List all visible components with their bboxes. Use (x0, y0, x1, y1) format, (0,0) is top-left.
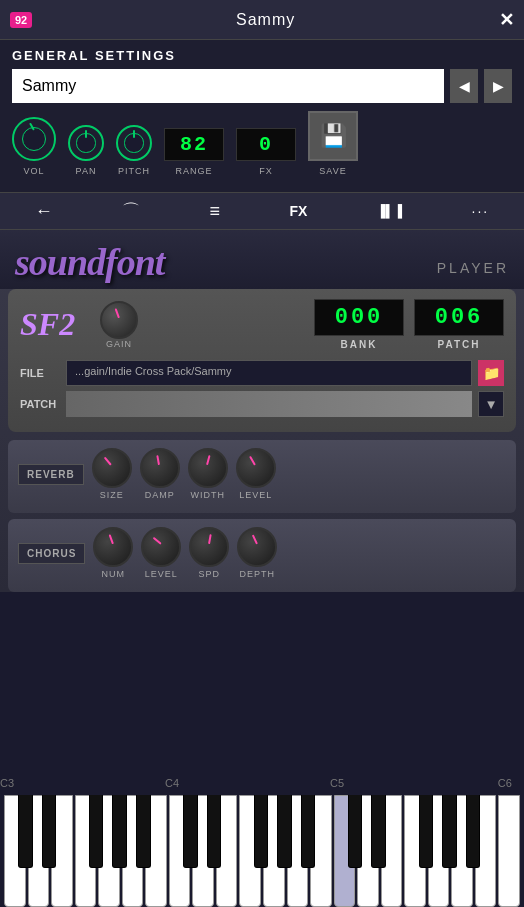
preset-next-button[interactable]: ▶ (484, 69, 512, 103)
title-bar: 92 Sammy ✕ (0, 0, 524, 40)
chorus-depth-group: DEPTH (237, 527, 277, 579)
reverb-width-group: WIDTH (188, 448, 228, 500)
plugin-title-bar: soundfont PLAYER (0, 230, 524, 289)
nav-tabs: ← ⌒ ≡ FX ▐▌▐ ··· (0, 192, 524, 230)
reverb-section: REVERB SIZE DAMP WIDTH (8, 440, 516, 513)
close-button[interactable]: ✕ (499, 9, 514, 31)
patch-row: PATCH ▼ (20, 391, 504, 417)
general-settings-panel: GENERAL SETTINGS ◀ ▶ VOL PAN (0, 40, 524, 192)
piano-key-fs4[interactable] (254, 795, 269, 868)
sf2-logo: SF2 (20, 306, 90, 343)
piano-key-as4[interactable] (301, 795, 316, 868)
reverb-size-label: SIZE (100, 490, 124, 500)
piano-key-gs5[interactable] (442, 795, 457, 868)
piano-key-as3[interactable] (136, 795, 151, 868)
save-group: 💾 SAVE (308, 111, 358, 176)
patch-label: PATCH (438, 339, 481, 350)
plugin-title-main: soundfont (15, 240, 164, 284)
piano-key-ds4[interactable] (207, 795, 222, 868)
piano-key-cs5[interactable] (348, 795, 363, 868)
fx-group: 0 FX (236, 128, 296, 176)
chorus-spd-label: SPD (199, 569, 221, 579)
file-browse-button[interactable]: 📁 (478, 360, 504, 386)
file-label: FILE (20, 367, 60, 379)
piano-label-c6: C6 (498, 777, 512, 789)
sf2-top-row: SF2 GAIN 000 BANK 006 PATCH (20, 299, 504, 350)
gain-group: GAIN (100, 301, 138, 349)
tab-midi[interactable]: ▐▌▐ (367, 204, 413, 218)
patch-scrollbar[interactable] (66, 391, 472, 417)
chorus-depth-label: DEPTH (240, 569, 276, 579)
bank-display-group: 000 BANK (314, 299, 404, 350)
gain-label: GAIN (106, 339, 132, 349)
gain-knob[interactable] (100, 301, 138, 339)
patch-display-group: 006 PATCH (414, 299, 504, 350)
tab-more[interactable]: ··· (462, 203, 500, 219)
chorus-level-group: LEVEL (141, 527, 181, 579)
file-row: FILE ...gain/Indie Cross Pack/Sammy 📁 (20, 360, 504, 386)
reverb-level-knob[interactable] (236, 448, 276, 488)
preset-name-input[interactable] (12, 69, 444, 103)
window-title: Sammy (236, 11, 295, 29)
reverb-damp-knob[interactable] (140, 448, 180, 488)
piano-key-fs3[interactable] (89, 795, 104, 868)
patch-display: 006 (414, 299, 504, 336)
main-knobs-row: VOL PAN PITCH 82 RANGE 0 FX (12, 111, 512, 176)
tab-back[interactable]: ← (25, 201, 63, 222)
sf2-led-group: 000 BANK 006 PATCH (148, 299, 504, 350)
pan-label: PAN (76, 166, 97, 176)
range-group: 82 RANGE (164, 128, 224, 176)
pitch-knob[interactable] (116, 125, 152, 161)
tab-envelope[interactable]: ⌒ (112, 199, 150, 223)
vol-label: VOL (23, 166, 44, 176)
chorus-level-knob[interactable] (141, 527, 181, 567)
preset-prev-button[interactable]: ◀ (450, 69, 478, 103)
reverb-level-label: LEVEL (239, 490, 272, 500)
save-button[interactable]: 💾 (308, 111, 358, 161)
piano-key-ds5[interactable] (371, 795, 386, 868)
chorus-depth-knob[interactable] (237, 527, 277, 567)
chorus-num-label: NUM (102, 569, 126, 579)
app-logo: 92 (10, 12, 32, 28)
reverb-level-group: LEVEL (236, 448, 276, 500)
piano-key-gs3[interactable] (112, 795, 127, 868)
pan-knob[interactable] (68, 125, 104, 161)
preset-row: ◀ ▶ (12, 69, 512, 103)
fx-display: 0 (236, 128, 296, 161)
piano-key-cs4[interactable] (183, 795, 198, 868)
piano-key-ds3[interactable] (42, 795, 57, 868)
piano-key-fs5[interactable] (419, 795, 434, 868)
reverb-width-label: WIDTH (190, 490, 225, 500)
chorus-row: CHORUS NUM LEVEL SPD (18, 527, 506, 579)
chorus-num-group: NUM (93, 527, 133, 579)
plugin-title-sub: PLAYER (437, 260, 509, 276)
bank-display: 000 (314, 299, 404, 336)
chorus-label-button[interactable]: CHORUS (18, 543, 85, 564)
reverb-label-button[interactable]: REVERB (18, 464, 84, 485)
piano-keyboard: C3C4C5C6 (0, 777, 524, 907)
piano-key-cs3[interactable] (18, 795, 33, 868)
general-settings-label: GENERAL SETTINGS (12, 48, 512, 63)
tab-fx[interactable]: FX (279, 203, 317, 219)
chorus-section: CHORUS NUM LEVEL SPD (8, 519, 516, 592)
pitch-knob-group: PITCH (116, 125, 152, 176)
piano-key-as5[interactable] (466, 795, 481, 868)
piano-key-c6[interactable] (498, 795, 520, 907)
piano-label-c3: C3 (0, 777, 14, 789)
reverb-size-knob[interactable] (92, 448, 132, 488)
piano-key-gs4[interactable] (277, 795, 292, 868)
reverb-damp-label: DAMP (145, 490, 175, 500)
pitch-label: PITCH (118, 166, 150, 176)
reverb-width-knob[interactable] (188, 448, 228, 488)
file-path-display: ...gain/Indie Cross Pack/Sammy (66, 360, 472, 386)
chorus-spd-knob[interactable] (189, 527, 229, 567)
piano-label-c5: C5 (330, 777, 344, 789)
vol-knob[interactable] (12, 117, 56, 161)
bank-label: BANK (341, 339, 378, 350)
reverb-damp-group: DAMP (140, 448, 180, 500)
patch-dropdown-button[interactable]: ▼ (478, 391, 504, 417)
chorus-num-knob[interactable] (93, 527, 133, 567)
patch-label2: PATCH (20, 398, 60, 410)
pan-knob-group: PAN (68, 125, 104, 176)
tab-arpeggio[interactable]: ≡ (199, 201, 230, 222)
